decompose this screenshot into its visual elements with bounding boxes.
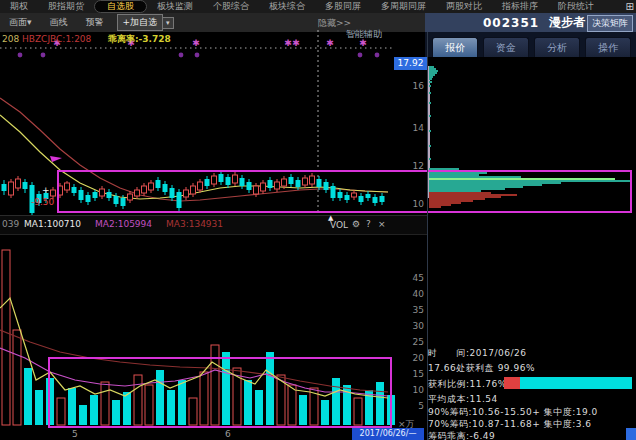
star-marker-icon: ✱ [284, 38, 292, 48]
chip-info-row: 时 间:2017/06/26 [428, 347, 526, 360]
chip-bar [429, 145, 431, 147]
price-axis-label: 14 [400, 123, 424, 133]
profit-ratio-bar-red [504, 377, 520, 389]
scroll-corner[interactable] [626, 428, 636, 440]
volume-ma1-value: MA1:100710 [24, 219, 81, 229]
drop-annotation: -9.50 [31, 197, 54, 207]
volume-indicator-id: 039 [2, 219, 19, 229]
plus-marker: + [42, 185, 50, 195]
volume-bar [35, 390, 43, 425]
tab-1[interactable]: 资金 [483, 37, 529, 57]
volume-axis-label: 40 [400, 289, 424, 299]
highlight-box [48, 357, 392, 428]
bias-value: 乖离率:-3.728 [108, 34, 171, 44]
volume-axis-label: 20 [400, 353, 424, 363]
smart-assist-label[interactable]: 智能辅助 [346, 29, 382, 39]
volume-bar [13, 330, 21, 425]
dot-marker-icon [375, 53, 380, 58]
close-icon[interactable]: × [378, 219, 386, 229]
star-marker-icon: ✱ [326, 38, 334, 48]
trading-app-window: 期权股指期货自选股板块监测个股综合板块综合多股同屏多周期同屏两股对比指标排序阶段… [0, 0, 636, 440]
volume-pane-title: VOL [330, 220, 348, 230]
menu-item-10[interactable]: 阶段统计 [548, 0, 604, 13]
indicator-id: 208 [2, 34, 19, 44]
candle [9, 182, 14, 195]
chip-bar [429, 85, 431, 87]
star-marker-icon: ✱ [292, 38, 300, 48]
chip-bar [429, 74, 435, 76]
volume-ma3-value: MA3:134931 [166, 219, 223, 229]
volume-axis-label: 35 [400, 305, 424, 315]
stock-code: 002351 [483, 16, 539, 30]
chip-bar [429, 102, 431, 104]
menu-item-8[interactable]: 两股对比 [436, 0, 492, 13]
grid-layout-icon[interactable]: ⊞ [626, 1, 634, 12]
decision-matrix-button[interactable]: 决策矩阵 [587, 15, 633, 32]
volume-axis-label: 15 [400, 369, 424, 379]
tab-2[interactable]: 分析 [534, 37, 580, 57]
chip-bar [429, 92, 431, 94]
chip-bar [429, 130, 431, 132]
volume-axis-label: 10 [400, 385, 424, 395]
chip-bar [429, 68, 436, 70]
dot-marker-icon [195, 53, 200, 58]
candle [2, 184, 7, 191]
candle [23, 182, 28, 189]
dot-marker-icon [179, 53, 184, 58]
volume-bar [2, 250, 10, 425]
candle [16, 179, 21, 188]
chip-bar [429, 66, 434, 68]
menu-item-9[interactable]: 指标排序 [492, 0, 548, 13]
chip-info-row: 获利比例:11.76% [428, 378, 507, 391]
stock-name: 漫步者 [549, 14, 585, 31]
indicator-name: HBZCJBC:1:208 [22, 34, 91, 44]
time-axis-label: 6 [225, 429, 231, 439]
arrow-annotation-icon [50, 156, 62, 162]
chip-info-row: 筹码乖离:-6.49 [428, 430, 495, 440]
tab-0[interactable]: 报价 [432, 37, 478, 57]
time-axis-label: 5 [72, 429, 78, 439]
chip-bar [429, 70, 438, 72]
stock-header: 002351 漫步者 决策矩阵 [425, 13, 636, 32]
volume-axis-label: 5 [400, 401, 424, 411]
date-tag: 2017/06/26/— [352, 428, 424, 440]
volume-ma2-value: MA2:105994 [95, 219, 152, 229]
chip-bar [429, 81, 432, 83]
quote-tab-bar: 报价资金分析操作 [425, 32, 636, 57]
chip-info-row: 平均成本:11.54 [428, 393, 498, 406]
dot-marker-icon [18, 53, 23, 58]
volume-axis-label: 25 [400, 337, 424, 347]
dot-marker-icon [358, 53, 363, 58]
chip-bar [429, 158, 431, 160]
profit-ratio-bar-cyan [520, 377, 632, 389]
chip-bar [429, 115, 431, 117]
volume-axis-label: 30 [400, 321, 424, 331]
chip-bar [429, 72, 437, 74]
volume-bar [24, 368, 32, 425]
chip-bar [429, 78, 432, 80]
gear-icon[interactable]: ⚙ [352, 219, 360, 229]
price-axis-label: 16 [400, 81, 424, 91]
highlight-box [57, 170, 632, 213]
tab-3[interactable]: 操作 [585, 37, 631, 57]
candle [51, 190, 56, 196]
star-marker-icon: ✱ [192, 38, 200, 48]
dot-marker-icon [41, 53, 46, 58]
chip-info-row: 17.66处获利盘 99.96% [428, 362, 535, 375]
volume-axis-label: 45 [400, 273, 424, 283]
star-marker-icon: ✱ [359, 38, 367, 48]
price-tag: 17.92 [394, 57, 427, 70]
chip-bar [429, 76, 433, 78]
help-icon[interactable]: ? [366, 219, 371, 229]
